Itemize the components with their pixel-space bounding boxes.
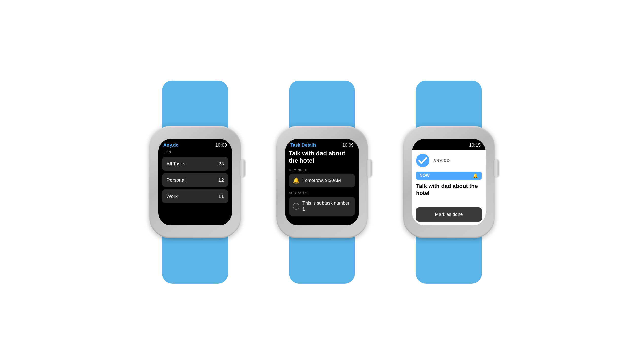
list-item-work[interactable]: Work 11: [162, 189, 228, 203]
band-top-3: [416, 81, 482, 131]
watch-crown-3: [494, 159, 499, 177]
watch-body-2: Task Details 10:09 Talk with dad about t…: [276, 126, 368, 238]
task-title-2: Talk with dad about the hotel: [289, 150, 355, 165]
subtask-text: This is subtask number 1: [302, 200, 351, 212]
list-name-personal: Personal: [166, 177, 185, 183]
list-count-work: 11: [218, 194, 224, 199]
notification-screen: 10:15 ANY.DO: [412, 139, 486, 225]
now-label: NOW: [420, 173, 430, 178]
band-bottom-2: [289, 233, 355, 284]
watch-body-1: Any.do 10:09 Lists All Tasks 23 Personal…: [149, 126, 241, 238]
list-name-work: Work: [166, 194, 178, 199]
notif-header-row: ANY.DO: [412, 150, 486, 167]
band-top-1: [162, 81, 228, 131]
time-2: 10:09: [342, 143, 354, 148]
lists-content: Lists All Tasks 23 Personal 12 Work 11: [158, 150, 232, 203]
notif-app-name: ANY.DO: [433, 158, 450, 163]
bell-icon: 🔔: [293, 177, 300, 184]
notif-header: 10:15: [412, 139, 486, 150]
notif-bell-icon: 🔔: [473, 173, 478, 178]
notif-spacer: [412, 201, 486, 207]
watch-screen-2: Task Details 10:09 Talk with dad about t…: [285, 139, 359, 225]
mark-done-button[interactable]: Mark as done: [416, 207, 482, 222]
reminder-label: REMINDER: [289, 168, 355, 172]
reminder-text: Tomorrow, 9:30AM: [303, 178, 341, 183]
task-details-content: Talk with dad about the hotel REMINDER 🔔…: [285, 150, 359, 216]
watch-3: 10:15 ANY.DO: [396, 81, 502, 284]
watch-body-3: 10:15 ANY.DO: [403, 126, 495, 238]
list-count-personal: 12: [218, 177, 224, 183]
watches-container: Any.do 10:09 Lists All Tasks 23 Personal…: [142, 81, 502, 284]
band-top-2: [289, 81, 355, 131]
notif-time: 10:15: [469, 143, 481, 148]
watch-2: Task Details 10:09 Talk with dad about t…: [269, 81, 375, 284]
reminder-card: 🔔 Tomorrow, 9:30AM: [289, 174, 355, 187]
lists-header: Lists: [162, 150, 228, 154]
watch-crown-2: [367, 159, 372, 177]
notif-body: ANY.DO NOW 🔔 Talk with dad about the hot…: [412, 150, 486, 225]
list-name-all-tasks: All Tasks: [166, 161, 185, 167]
notif-task-title: Talk with dad about the hotel: [412, 180, 486, 201]
list-item-all-tasks[interactable]: All Tasks 23: [162, 157, 228, 171]
app-title-2: Task Details: [290, 143, 317, 148]
list-count-all-tasks: 23: [218, 161, 224, 167]
now-badge: NOW 🔔: [416, 172, 482, 180]
list-item-personal[interactable]: Personal 12: [162, 173, 228, 187]
screen-content-2: Task Details 10:09 Talk with dad about t…: [285, 139, 359, 225]
check-circle: [416, 154, 429, 167]
status-bar-1: Any.do 10:09: [158, 139, 232, 150]
subtask-circle: [293, 203, 299, 210]
screen-content-1: Any.do 10:09 Lists All Tasks 23 Personal…: [158, 139, 232, 225]
subtask-card: This is subtask number 1: [289, 197, 355, 216]
band-bottom-1: [162, 233, 228, 284]
now-badge-container: NOW 🔔: [412, 167, 486, 180]
watch-crown-1: [240, 159, 245, 177]
app-title-1: Any.do: [163, 143, 179, 148]
subtasks-label: SUBTASKS: [289, 191, 355, 195]
watch-screen-3: 10:15 ANY.DO: [412, 139, 486, 225]
watch-screen-1: Any.do 10:09 Lists All Tasks 23 Personal…: [158, 139, 232, 225]
time-1: 10:09: [215, 143, 227, 148]
status-bar-2: Task Details 10:09: [285, 139, 359, 150]
band-bottom-3: [416, 233, 482, 284]
watch-1: Any.do 10:09 Lists All Tasks 23 Personal…: [142, 81, 248, 284]
